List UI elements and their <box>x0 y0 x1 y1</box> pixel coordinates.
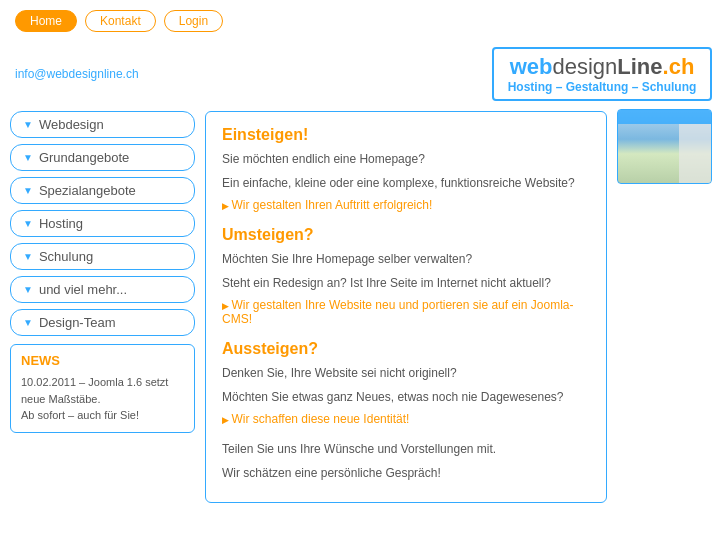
chevron-icon: ▼ <box>23 317 33 328</box>
sidebar-item-webdesign[interactable]: ▼ Webdesign <box>10 111 195 138</box>
main-content: Einsteigen! Sie möchten endlich eine Hom… <box>205 111 607 503</box>
chevron-icon: ▼ <box>23 218 33 229</box>
section-para-3a: Denken Sie, Ihre Website sei nicht origi… <box>222 364 590 382</box>
thumbnail-image <box>617 109 712 184</box>
logo-ch: .ch <box>663 54 695 79</box>
sidebar-item-label: Spezialangebote <box>39 183 136 198</box>
thumbnail-block <box>617 109 717 503</box>
thumb-bar-side <box>679 124 711 183</box>
sidebar-item-mehr[interactable]: ▼ und viel mehr... <box>10 276 195 303</box>
nav-login-button[interactable]: Login <box>164 10 223 32</box>
chevron-icon: ▼ <box>23 152 33 163</box>
sidebar-item-design-team[interactable]: ▼ Design-Team <box>10 309 195 336</box>
logo-design: design <box>552 54 617 79</box>
sidebar: ▼ Webdesign ▼ Grundangebote ▼ Spezialang… <box>10 111 195 503</box>
section-para-3b: Möchten Sie etwas ganz Neues, etwas noch… <box>222 388 590 406</box>
sidebar-item-label: Schulung <box>39 249 93 264</box>
sidebar-item-label: und viel mehr... <box>39 282 127 297</box>
chevron-icon: ▼ <box>23 119 33 130</box>
section-para-1a: Sie möchten endlich eine Homepage? <box>222 150 590 168</box>
sidebar-item-grundangebote[interactable]: ▼ Grundangebote <box>10 144 195 171</box>
section-heading-3: Aussteigen? <box>222 340 590 358</box>
chevron-icon: ▼ <box>23 251 33 262</box>
section-heading-1: Einsteigen! <box>222 126 590 144</box>
sidebar-item-label: Webdesign <box>39 117 104 132</box>
nav-home-button[interactable]: Home <box>15 10 77 32</box>
section-para-2b: Steht ein Redesign an? Ist Ihre Seite im… <box>222 274 590 292</box>
nav-kontakt-button[interactable]: Kontakt <box>85 10 156 32</box>
email-link[interactable]: info@webdesignline.ch <box>15 67 139 81</box>
news-box: NEWS 10.02.2011 – Joomla 1.6 setzt neue … <box>10 344 195 433</box>
page-header: info@webdesignline.ch webdesignLine.ch H… <box>0 42 727 111</box>
section-link-1[interactable]: Wir gestalten Ihren Auftritt erfolgreich… <box>222 198 590 212</box>
chevron-icon: ▼ <box>23 185 33 196</box>
main-layout: ▼ Webdesign ▼ Grundangebote ▼ Spezialang… <box>0 111 727 513</box>
sidebar-item-spezialangebote[interactable]: ▼ Spezialangebote <box>10 177 195 204</box>
thumb-bar-top <box>618 110 711 124</box>
chevron-icon: ▼ <box>23 284 33 295</box>
sidebar-item-schulung[interactable]: ▼ Schulung <box>10 243 195 270</box>
top-navigation: Home Kontakt Login <box>0 0 727 42</box>
section-heading-2: Umsteigen? <box>222 226 590 244</box>
section-para-4b: Wir schätzen eine persönliche Gespräch! <box>222 464 590 482</box>
sidebar-item-label: Grundangebote <box>39 150 129 165</box>
news-line-2: Ab sofort – auch für Sie! <box>21 409 139 421</box>
news-line-1: 10.02.2011 – Joomla 1.6 setzt neue Maßst… <box>21 376 168 405</box>
news-title: NEWS <box>21 353 184 368</box>
logo-block: webdesignLine.ch Hosting – Gestaltung – … <box>492 47 712 101</box>
logo-web: web <box>510 54 553 79</box>
news-text: 10.02.2011 – Joomla 1.6 setzt neue Maßst… <box>21 374 184 424</box>
logo-line: Line <box>617 54 662 79</box>
section-para-2a: Möchten Sie Ihre Homepage selber verwalt… <box>222 250 590 268</box>
section-link-3[interactable]: Wir schaffen diese neue Identität! <box>222 412 590 426</box>
section-para-1b: Ein einfache, kleine oder eine komplexe,… <box>222 174 590 192</box>
section-para-4a: Teilen Sie uns Ihre Wünsche und Vorstell… <box>222 440 590 458</box>
section-link-2[interactable]: Wir gestalten Ihre Website neu und porti… <box>222 298 590 326</box>
sidebar-item-label: Hosting <box>39 216 83 231</box>
sidebar-item-hosting[interactable]: ▼ Hosting <box>10 210 195 237</box>
sidebar-item-label: Design-Team <box>39 315 116 330</box>
logo-subtitle: Hosting – Gestaltung – Schulung <box>506 80 698 94</box>
logo-text: webdesignLine.ch <box>506 54 698 80</box>
